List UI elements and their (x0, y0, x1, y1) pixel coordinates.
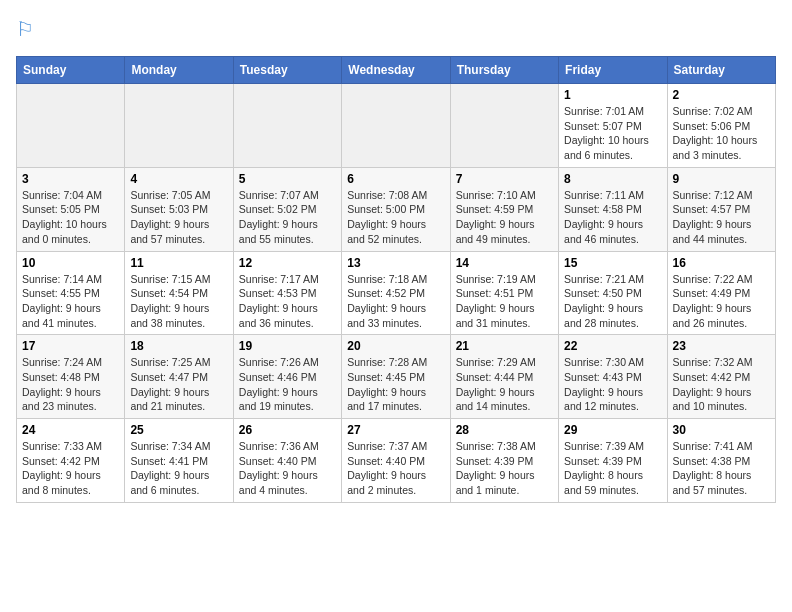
calendar-cell: 12Sunrise: 7:17 AM Sunset: 4:53 PM Dayli… (233, 251, 341, 335)
day-number: 23 (673, 339, 770, 353)
calendar-cell: 29Sunrise: 7:39 AM Sunset: 4:39 PM Dayli… (559, 419, 667, 503)
day-number: 22 (564, 339, 661, 353)
day-info: Sunrise: 7:28 AM Sunset: 4:45 PM Dayligh… (347, 355, 444, 414)
day-number: 30 (673, 423, 770, 437)
calendar-cell: 27Sunrise: 7:37 AM Sunset: 4:40 PM Dayli… (342, 419, 450, 503)
day-number: 5 (239, 172, 336, 186)
week-row-3: 10Sunrise: 7:14 AM Sunset: 4:55 PM Dayli… (17, 251, 776, 335)
day-number: 3 (22, 172, 119, 186)
weekday-header-friday: Friday (559, 57, 667, 84)
calendar-cell: 28Sunrise: 7:38 AM Sunset: 4:39 PM Dayli… (450, 419, 558, 503)
day-number: 13 (347, 256, 444, 270)
calendar-cell: 23Sunrise: 7:32 AM Sunset: 4:42 PM Dayli… (667, 335, 775, 419)
day-info: Sunrise: 7:01 AM Sunset: 5:07 PM Dayligh… (564, 104, 661, 163)
calendar-cell: 6Sunrise: 7:08 AM Sunset: 5:00 PM Daylig… (342, 167, 450, 251)
day-number: 9 (673, 172, 770, 186)
day-info: Sunrise: 7:29 AM Sunset: 4:44 PM Dayligh… (456, 355, 553, 414)
calendar-cell: 25Sunrise: 7:34 AM Sunset: 4:41 PM Dayli… (125, 419, 233, 503)
day-info: Sunrise: 7:26 AM Sunset: 4:46 PM Dayligh… (239, 355, 336, 414)
calendar-cell: 19Sunrise: 7:26 AM Sunset: 4:46 PM Dayli… (233, 335, 341, 419)
day-info: Sunrise: 7:12 AM Sunset: 4:57 PM Dayligh… (673, 188, 770, 247)
day-info: Sunrise: 7:37 AM Sunset: 4:40 PM Dayligh… (347, 439, 444, 498)
calendar-cell (450, 84, 558, 168)
day-info: Sunrise: 7:19 AM Sunset: 4:51 PM Dayligh… (456, 272, 553, 331)
calendar-cell: 11Sunrise: 7:15 AM Sunset: 4:54 PM Dayli… (125, 251, 233, 335)
day-info: Sunrise: 7:21 AM Sunset: 4:50 PM Dayligh… (564, 272, 661, 331)
calendar-cell: 14Sunrise: 7:19 AM Sunset: 4:51 PM Dayli… (450, 251, 558, 335)
day-number: 1 (564, 88, 661, 102)
weekday-header-saturday: Saturday (667, 57, 775, 84)
day-number: 12 (239, 256, 336, 270)
weekday-header-sunday: Sunday (17, 57, 125, 84)
day-number: 4 (130, 172, 227, 186)
logo-icon: ⚐ (16, 16, 44, 44)
calendar-cell: 17Sunrise: 7:24 AM Sunset: 4:48 PM Dayli… (17, 335, 125, 419)
day-number: 21 (456, 339, 553, 353)
header: ⚐ (16, 16, 776, 44)
logo: ⚐ (16, 16, 48, 44)
day-info: Sunrise: 7:17 AM Sunset: 4:53 PM Dayligh… (239, 272, 336, 331)
day-number: 8 (564, 172, 661, 186)
week-row-1: 1Sunrise: 7:01 AM Sunset: 5:07 PM Daylig… (17, 84, 776, 168)
day-number: 18 (130, 339, 227, 353)
day-number: 14 (456, 256, 553, 270)
day-info: Sunrise: 7:22 AM Sunset: 4:49 PM Dayligh… (673, 272, 770, 331)
calendar-cell: 2Sunrise: 7:02 AM Sunset: 5:06 PM Daylig… (667, 84, 775, 168)
calendar-cell: 1Sunrise: 7:01 AM Sunset: 5:07 PM Daylig… (559, 84, 667, 168)
weekday-header-wednesday: Wednesday (342, 57, 450, 84)
weekday-header-thursday: Thursday (450, 57, 558, 84)
calendar-cell (125, 84, 233, 168)
calendar-cell: 13Sunrise: 7:18 AM Sunset: 4:52 PM Dayli… (342, 251, 450, 335)
day-info: Sunrise: 7:08 AM Sunset: 5:00 PM Dayligh… (347, 188, 444, 247)
calendar-cell: 7Sunrise: 7:10 AM Sunset: 4:59 PM Daylig… (450, 167, 558, 251)
calendar-cell: 3Sunrise: 7:04 AM Sunset: 5:05 PM Daylig… (17, 167, 125, 251)
calendar-cell: 20Sunrise: 7:28 AM Sunset: 4:45 PM Dayli… (342, 335, 450, 419)
calendar-cell: 9Sunrise: 7:12 AM Sunset: 4:57 PM Daylig… (667, 167, 775, 251)
week-row-2: 3Sunrise: 7:04 AM Sunset: 5:05 PM Daylig… (17, 167, 776, 251)
calendar: SundayMondayTuesdayWednesdayThursdayFrid… (16, 56, 776, 503)
day-info: Sunrise: 7:05 AM Sunset: 5:03 PM Dayligh… (130, 188, 227, 247)
day-number: 29 (564, 423, 661, 437)
calendar-cell: 15Sunrise: 7:21 AM Sunset: 4:50 PM Dayli… (559, 251, 667, 335)
calendar-cell: 26Sunrise: 7:36 AM Sunset: 4:40 PM Dayli… (233, 419, 341, 503)
day-info: Sunrise: 7:02 AM Sunset: 5:06 PM Dayligh… (673, 104, 770, 163)
day-number: 27 (347, 423, 444, 437)
day-number: 24 (22, 423, 119, 437)
week-row-4: 17Sunrise: 7:24 AM Sunset: 4:48 PM Dayli… (17, 335, 776, 419)
day-number: 20 (347, 339, 444, 353)
calendar-cell: 30Sunrise: 7:41 AM Sunset: 4:38 PM Dayli… (667, 419, 775, 503)
svg-text:⚐: ⚐ (16, 18, 34, 40)
day-info: Sunrise: 7:30 AM Sunset: 4:43 PM Dayligh… (564, 355, 661, 414)
day-number: 25 (130, 423, 227, 437)
weekday-header-tuesday: Tuesday (233, 57, 341, 84)
day-number: 7 (456, 172, 553, 186)
day-info: Sunrise: 7:15 AM Sunset: 4:54 PM Dayligh… (130, 272, 227, 331)
calendar-cell: 22Sunrise: 7:30 AM Sunset: 4:43 PM Dayli… (559, 335, 667, 419)
day-info: Sunrise: 7:07 AM Sunset: 5:02 PM Dayligh… (239, 188, 336, 247)
weekday-header-monday: Monday (125, 57, 233, 84)
calendar-cell (342, 84, 450, 168)
day-number: 6 (347, 172, 444, 186)
day-number: 19 (239, 339, 336, 353)
day-info: Sunrise: 7:10 AM Sunset: 4:59 PM Dayligh… (456, 188, 553, 247)
day-info: Sunrise: 7:33 AM Sunset: 4:42 PM Dayligh… (22, 439, 119, 498)
calendar-cell: 4Sunrise: 7:05 AM Sunset: 5:03 PM Daylig… (125, 167, 233, 251)
day-info: Sunrise: 7:11 AM Sunset: 4:58 PM Dayligh… (564, 188, 661, 247)
calendar-cell: 21Sunrise: 7:29 AM Sunset: 4:44 PM Dayli… (450, 335, 558, 419)
day-number: 16 (673, 256, 770, 270)
day-info: Sunrise: 7:41 AM Sunset: 4:38 PM Dayligh… (673, 439, 770, 498)
calendar-cell: 5Sunrise: 7:07 AM Sunset: 5:02 PM Daylig… (233, 167, 341, 251)
day-info: Sunrise: 7:32 AM Sunset: 4:42 PM Dayligh… (673, 355, 770, 414)
day-number: 10 (22, 256, 119, 270)
day-info: Sunrise: 7:38 AM Sunset: 4:39 PM Dayligh… (456, 439, 553, 498)
calendar-cell: 24Sunrise: 7:33 AM Sunset: 4:42 PM Dayli… (17, 419, 125, 503)
day-number: 26 (239, 423, 336, 437)
calendar-cell: 8Sunrise: 7:11 AM Sunset: 4:58 PM Daylig… (559, 167, 667, 251)
week-row-5: 24Sunrise: 7:33 AM Sunset: 4:42 PM Dayli… (17, 419, 776, 503)
calendar-cell: 10Sunrise: 7:14 AM Sunset: 4:55 PM Dayli… (17, 251, 125, 335)
day-number: 2 (673, 88, 770, 102)
day-info: Sunrise: 7:25 AM Sunset: 4:47 PM Dayligh… (130, 355, 227, 414)
day-info: Sunrise: 7:18 AM Sunset: 4:52 PM Dayligh… (347, 272, 444, 331)
day-number: 15 (564, 256, 661, 270)
weekday-header-row: SundayMondayTuesdayWednesdayThursdayFrid… (17, 57, 776, 84)
